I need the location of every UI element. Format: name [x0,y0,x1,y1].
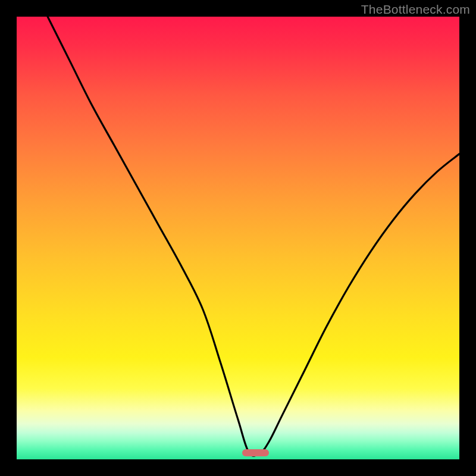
bottleneck-curve [17,17,459,459]
watermark-text: TheBottleneck.com [361,2,470,17]
plot-area [17,17,459,459]
minimum-marker [242,449,269,456]
chart-frame: TheBottleneck.com [0,0,476,476]
